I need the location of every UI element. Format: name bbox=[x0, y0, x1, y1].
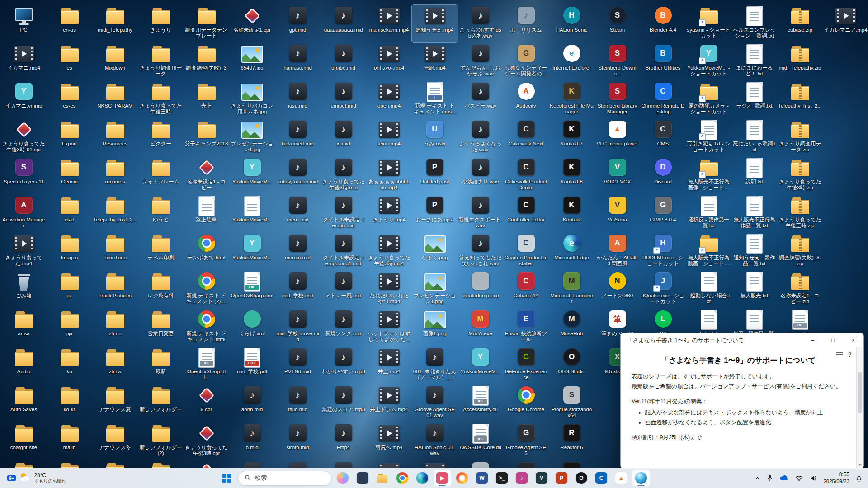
desktop-icon[interactable]: きょうり食ってた午後三時.zip bbox=[777, 194, 823, 232]
chrome-icon[interactable] bbox=[393, 469, 411, 487]
desktop-icon[interactable]: ja bbox=[47, 270, 92, 308]
desktop-icon[interactable]: GGeForce Experience bbox=[503, 346, 549, 384]
desktop-icon[interactable]: きょうり bbox=[138, 5, 184, 42]
desktop-icon[interactable]: ♪きょうり食ってた午後3時.mid bbox=[321, 156, 366, 194]
scrollbar-thumb[interactable] bbox=[858, 372, 862, 413]
desktop-icon[interactable]: ♪b.mid bbox=[229, 422, 275, 460]
voicevox-icon[interactable]: V bbox=[533, 469, 551, 487]
desktop-icon[interactable]: イカマニ.mp4 bbox=[1, 42, 47, 80]
desktop-icon[interactable]: 新規 テキスト ドキュメント.html bbox=[184, 308, 229, 346]
desktop-icon[interactable]: かるく.png bbox=[412, 232, 458, 270]
desktop-icon[interactable]: ♪メドレー風.mid bbox=[321, 270, 366, 308]
desktop-icon[interactable] bbox=[138, 460, 184, 468]
desktop-icon[interactable]: zh-tw bbox=[92, 346, 138, 384]
desktop-icon[interactable]: Uうみ.ustx bbox=[412, 118, 458, 156]
terminal-icon[interactable]: >_ bbox=[493, 469, 511, 487]
volume-icon[interactable] bbox=[809, 474, 818, 483]
desktop-icon[interactable]: KKontakt 8 bbox=[549, 156, 594, 194]
desktop-icon[interactable]: YYukkuriMovieM... bbox=[229, 156, 275, 194]
scroll-down-arrow-icon[interactable] bbox=[858, 464, 862, 466]
desktop-icon[interactable]: Telepathy_Inst_2... bbox=[92, 194, 138, 232]
desktop-icon[interactable]: KKontakt bbox=[549, 194, 594, 232]
desktop-icon[interactable]: Auto Saves bbox=[1, 384, 47, 422]
desktop-icon[interactable]: ↗syasinn - ショートカット bbox=[686, 5, 731, 42]
desktop-icon[interactable]: ♪gpt.mid bbox=[275, 5, 321, 42]
desktop-icon[interactable]: プレゼンテーション1.png bbox=[412, 270, 458, 308]
desktop-icon[interactable]: xmlOpenCvSharp.xml bbox=[229, 270, 275, 308]
desktop-icon[interactable] bbox=[184, 460, 229, 468]
desktop-icon[interactable]: CCakewalk Next bbox=[503, 118, 549, 156]
desktop-icon[interactable]: ko bbox=[47, 346, 92, 384]
desktop-icon[interactable]: ♪umibet.mid bbox=[321, 80, 366, 118]
powerpoint-icon[interactable]: P bbox=[552, 469, 571, 487]
desktop-icon[interactable]: _起動しない場合.txt bbox=[686, 270, 731, 308]
vlc-icon[interactable]: ▲ bbox=[612, 469, 630, 487]
desktop-icon[interactable]: あぁぁぁぁhhhhhhh.mp4 bbox=[366, 156, 412, 194]
desktop-icon[interactable]: ↗無人販売不正行為 画像 - ショートカット bbox=[686, 156, 731, 194]
desktop-icon[interactable]: ♪sirofo.mid bbox=[275, 422, 321, 460]
desktop-icon[interactable]: 路上駐車 bbox=[184, 194, 229, 232]
desktop-icon[interactable]: midi_Telepathy.zip bbox=[777, 42, 823, 80]
desktop-icon[interactable]: 調査練習(失敗)_3.zip bbox=[777, 232, 823, 270]
desktop-icon[interactable]: KKeepforest File Manager bbox=[549, 80, 594, 118]
desktop-icon[interactable]: イカレマニア.mp4 bbox=[823, 5, 868, 42]
desktop-icon[interactable]: Nノートン 360 bbox=[594, 270, 640, 308]
weather-widget[interactable]: 9+ 28°C くもりのち晴れ bbox=[4, 468, 70, 488]
desktop-icon[interactable]: YYukkuriMovieM... bbox=[458, 346, 503, 384]
desktop-icon[interactable]: MMinecraft Launcher bbox=[549, 270, 594, 308]
desktop-icon[interactable]: ♪HALion Sonic 01.wav bbox=[412, 422, 458, 460]
desktop-icon[interactable]: 井上.mp4 bbox=[366, 346, 412, 384]
desktop-icon[interactable]: アナウンス夏 bbox=[92, 384, 138, 422]
desktop-icon[interactable]: PDFmid_学校.pdf bbox=[229, 346, 275, 384]
dialog-scrollbar[interactable] bbox=[856, 347, 863, 468]
desktop-icon[interactable]: BBlender 4.4 bbox=[640, 5, 686, 42]
desktop-icon[interactable] bbox=[549, 460, 594, 468]
desktop-icon[interactable]: MMuseHub bbox=[549, 308, 594, 346]
desktop-icon[interactable]: SSteam bbox=[594, 5, 640, 42]
desktop-icon[interactable]: id-id bbox=[47, 194, 92, 232]
desktop-icon[interactable]: きょうり食ってた午後3時-01.cpr bbox=[1, 118, 47, 156]
desktop-icon[interactable]: SSteinberg Downlo... bbox=[594, 42, 640, 80]
desktop-icon[interactable]: ラジオ_歌詞.txt bbox=[731, 80, 777, 118]
desktop-icon[interactable]: MMoZA.exe bbox=[458, 308, 503, 346]
desktop-icon[interactable]: midi_Telepathy bbox=[92, 5, 138, 42]
wifi-icon[interactable] bbox=[794, 474, 804, 483]
close-button[interactable]: × bbox=[843, 333, 863, 347]
desktop-icon[interactable]: ♪mid_学校.mid bbox=[275, 270, 321, 308]
desktop-icon[interactable]: 売上 bbox=[184, 80, 229, 118]
desktop-icon[interactable]: ↗家の防犯カメラ - ショートカット bbox=[686, 80, 731, 118]
desktop-icon[interactable]: Aかんたん！AITalk 3 関西風 bbox=[594, 232, 640, 270]
desktop-icon[interactable]: HHALion Sonic bbox=[549, 5, 594, 42]
desktop-icon[interactable]: きょうり食ってた.mp4 bbox=[1, 232, 47, 270]
desktop-icon[interactable]: SSteinberg Library Manager bbox=[594, 80, 640, 118]
desktop-icon[interactable]: ♪ポリリリズム bbox=[503, 5, 549, 42]
desktop-icon[interactable]: ↗無人販売不正行為 動画 - ショートカット bbox=[686, 232, 731, 270]
desktop-icon[interactable]: Images bbox=[47, 232, 92, 270]
desktop-icon[interactable]: ラベル印刷 bbox=[138, 232, 184, 270]
edge-icon[interactable] bbox=[413, 469, 431, 487]
desktop-icon[interactable]: ♪uaaaaaaaaa.mid bbox=[321, 5, 366, 42]
desktop-icon[interactable]: フォトフレーム bbox=[138, 156, 184, 194]
desktop-icon[interactable]: zh-cn bbox=[92, 308, 138, 346]
desktop-icon[interactable]: 9.cpr bbox=[184, 384, 229, 422]
desktop-icon[interactable]: ♪こっちのhすすfdsb込あ.wav bbox=[458, 5, 503, 42]
desktop-icon[interactable]: 新規 テキスト ドキュメント (2).html bbox=[184, 270, 229, 308]
desktop-icon[interactable]: Audio bbox=[1, 346, 47, 384]
desktop-icon[interactable]: eMicrosoft Edge bbox=[549, 232, 594, 270]
desktop-icon[interactable]: ♪001_東北きりたん（ノーマル）_少しゃ... bbox=[412, 346, 458, 384]
desktop-icon[interactable]: Google Chrome bbox=[503, 384, 549, 422]
desktop-icon[interactable]: 羽尻へ.mp4 bbox=[366, 422, 412, 460]
desktop-icon[interactable]: Export bbox=[47, 118, 92, 156]
desktop-icon[interactable]: CCakewalk Product Center bbox=[503, 156, 549, 194]
help-icon[interactable]: ? bbox=[848, 351, 852, 358]
desktop-icon[interactable]: 調査練習(失敗)_3 bbox=[184, 42, 229, 80]
desktop-icon[interactable]: BBrother Utilities bbox=[640, 42, 686, 80]
desktop-icon[interactable]: ohhayo-.mp4 bbox=[366, 42, 412, 80]
desktop-icon[interactable]: 営業日変更 bbox=[138, 308, 184, 346]
desktop-icon[interactable]: ♪kotusytuaaus.mid bbox=[275, 156, 321, 194]
desktop-icon[interactable]: ♪Fmp4 bbox=[321, 422, 366, 460]
minimize-button[interactable]: – bbox=[802, 333, 823, 347]
desktop-icon[interactable]: YYukkuriMovieM... bbox=[229, 232, 275, 270]
desktop-icon[interactable] bbox=[412, 460, 458, 468]
desktop-icon[interactable]: Y↗YukkuriMovieM... - ショートカット bbox=[686, 42, 731, 80]
